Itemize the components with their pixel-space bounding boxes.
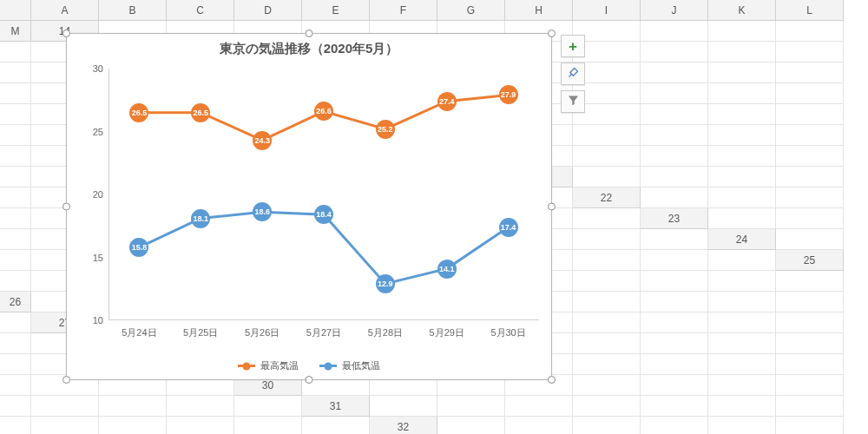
cell[interactable] bbox=[641, 271, 708, 292]
resize-handle[interactable] bbox=[548, 376, 556, 384]
cell[interactable] bbox=[234, 417, 302, 434]
cell[interactable] bbox=[0, 375, 31, 396]
cell[interactable] bbox=[641, 250, 708, 271]
cell[interactable] bbox=[776, 229, 844, 250]
column-header[interactable]: B bbox=[99, 0, 167, 21]
column-header[interactable]: H bbox=[505, 0, 573, 21]
cell[interactable] bbox=[573, 375, 641, 396]
column-header[interactable]: C bbox=[167, 0, 234, 21]
cell[interactable] bbox=[776, 312, 844, 333]
chart-legend[interactable]: 最高気温最低気温 bbox=[67, 359, 551, 372]
cell[interactable] bbox=[708, 312, 776, 333]
chart-elements-button[interactable]: + bbox=[561, 35, 585, 57]
cell[interactable] bbox=[776, 417, 844, 434]
cell[interactable] bbox=[573, 167, 641, 187]
cell[interactable] bbox=[573, 250, 641, 271]
data-marker[interactable]: 26.6 bbox=[314, 102, 333, 121]
cell[interactable] bbox=[573, 354, 641, 375]
cell[interactable] bbox=[641, 333, 708, 354]
cell[interactable] bbox=[708, 271, 776, 292]
cell[interactable] bbox=[641, 417, 708, 434]
cell[interactable] bbox=[708, 333, 776, 354]
cell[interactable] bbox=[708, 21, 776, 42]
resize-handle[interactable] bbox=[62, 203, 70, 211]
cell[interactable] bbox=[776, 333, 844, 354]
column-header[interactable]: K bbox=[708, 0, 776, 21]
column-header[interactable]: D bbox=[234, 0, 302, 21]
cell[interactable] bbox=[0, 125, 31, 146]
cell[interactable] bbox=[708, 375, 776, 396]
cell[interactable] bbox=[0, 208, 31, 229]
cell[interactable] bbox=[641, 292, 708, 312]
data-marker[interactable]: 12.9 bbox=[376, 274, 395, 293]
resize-handle[interactable] bbox=[306, 30, 313, 37]
cell[interactable] bbox=[0, 271, 31, 292]
cell[interactable] bbox=[505, 417, 573, 434]
cell[interactable] bbox=[776, 21, 844, 42]
cell[interactable] bbox=[0, 42, 31, 62]
cell[interactable] bbox=[641, 83, 708, 104]
chart-styles-button[interactable] bbox=[561, 62, 585, 85]
cell[interactable] bbox=[437, 417, 505, 434]
cell[interactable] bbox=[641, 21, 708, 42]
cell[interactable] bbox=[776, 396, 844, 417]
legend-item[interactable]: 最高気温 bbox=[238, 359, 299, 372]
data-marker[interactable]: 25.2 bbox=[376, 120, 395, 139]
cell[interactable] bbox=[776, 125, 844, 146]
column-header[interactable]: F bbox=[370, 0, 437, 21]
cell[interactable] bbox=[708, 125, 776, 146]
row-header[interactable]: 23 bbox=[641, 208, 708, 229]
cell[interactable] bbox=[302, 417, 370, 434]
cell[interactable] bbox=[573, 229, 641, 250]
legend-item[interactable]: 最低気温 bbox=[319, 359, 380, 372]
cell[interactable] bbox=[0, 229, 31, 250]
cell[interactable] bbox=[167, 417, 234, 434]
cell[interactable] bbox=[641, 62, 708, 83]
resize-handle[interactable] bbox=[548, 203, 556, 211]
chart-title[interactable]: 東京の気温推移（2020年5月） bbox=[67, 34, 551, 61]
cell[interactable] bbox=[708, 42, 776, 62]
cell[interactable] bbox=[708, 354, 776, 375]
column-header[interactable]: I bbox=[573, 0, 641, 21]
cell[interactable] bbox=[641, 396, 708, 417]
data-marker[interactable]: 27.4 bbox=[437, 92, 457, 111]
cell[interactable] bbox=[573, 271, 641, 292]
cell[interactable] bbox=[641, 104, 708, 125]
cell[interactable] bbox=[641, 125, 708, 146]
column-header[interactable]: M bbox=[0, 21, 31, 42]
cell[interactable] bbox=[776, 354, 844, 375]
cell[interactable] bbox=[0, 396, 31, 417]
sheet-corner[interactable] bbox=[0, 0, 31, 21]
cell[interactable] bbox=[641, 187, 708, 208]
data-marker[interactable]: 18.1 bbox=[191, 209, 210, 228]
cell[interactable] bbox=[370, 396, 437, 417]
cell[interactable] bbox=[573, 208, 641, 229]
row-header[interactable]: 31 bbox=[302, 396, 370, 417]
cell[interactable] bbox=[641, 146, 708, 167]
resize-handle[interactable] bbox=[62, 376, 70, 384]
resize-handle[interactable] bbox=[62, 30, 70, 37]
cell[interactable] bbox=[708, 146, 776, 167]
cell[interactable] bbox=[0, 104, 31, 125]
data-marker[interactable]: 15.8 bbox=[129, 238, 148, 257]
column-header[interactable]: J bbox=[641, 0, 708, 21]
cell[interactable] bbox=[167, 396, 234, 417]
column-header[interactable]: A bbox=[31, 0, 99, 21]
cell[interactable] bbox=[0, 146, 31, 167]
cell[interactable] bbox=[0, 417, 31, 434]
cell[interactable] bbox=[708, 83, 776, 104]
cell[interactable] bbox=[776, 146, 844, 167]
chart-plot-area[interactable]: 10152025305月24日5月25日5月26日5月27日5月28日5月29日… bbox=[108, 69, 539, 320]
cell[interactable] bbox=[573, 417, 641, 434]
chart-filter-button[interactable] bbox=[561, 90, 585, 113]
column-header[interactable]: G bbox=[437, 0, 505, 21]
cell[interactable] bbox=[641, 229, 708, 250]
data-marker[interactable]: 18.6 bbox=[253, 202, 272, 221]
data-marker[interactable]: 14.1 bbox=[437, 260, 457, 279]
cell[interactable] bbox=[0, 167, 31, 187]
cell[interactable] bbox=[573, 396, 641, 417]
column-header[interactable]: E bbox=[302, 0, 370, 21]
cell[interactable] bbox=[641, 375, 708, 396]
cell[interactable] bbox=[708, 208, 776, 229]
cell[interactable] bbox=[0, 62, 31, 83]
